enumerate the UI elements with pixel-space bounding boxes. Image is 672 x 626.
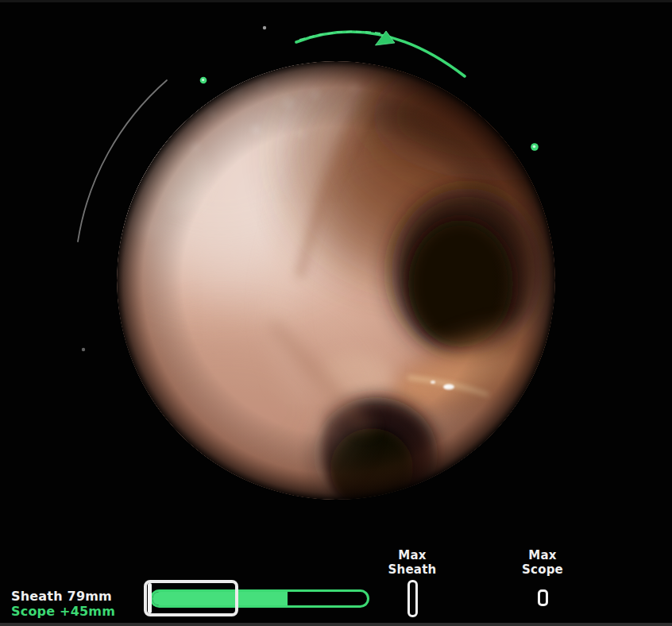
max-sheath-label-line1: Max <box>365 548 460 562</box>
max-sheath-label: Max Sheath <box>365 548 460 577</box>
insertion-readout: Sheath 79mm Scope +45mm <box>11 589 115 619</box>
scope-depth-label: Scope +45mm <box>11 604 115 619</box>
max-scope-label: Max Scope <box>495 548 590 577</box>
max-scope-label-line2: Scope <box>495 562 590 577</box>
debris-dot-icon <box>82 348 85 351</box>
endoscope-image <box>117 61 555 500</box>
max-scope-marker <box>538 589 548 606</box>
heading-arc-dashed-icon <box>299 32 386 40</box>
waypoint-dot-icon <box>200 77 207 84</box>
max-sheath-marker <box>407 580 418 617</box>
sheath-position-frame <box>144 580 238 616</box>
waypoint-dot-icon <box>531 143 539 151</box>
direction-marker-icon <box>376 31 396 45</box>
debris-dot-icon <box>263 26 266 29</box>
lens-vignette <box>117 61 555 500</box>
insertion-zero-marker <box>148 583 152 613</box>
max-sheath-label-line2: Sheath <box>365 562 460 577</box>
sheath-depth-label: Sheath 79mm <box>11 589 115 604</box>
endoscope-camera-view <box>117 61 555 500</box>
max-scope-label-line1: Max <box>495 548 590 562</box>
